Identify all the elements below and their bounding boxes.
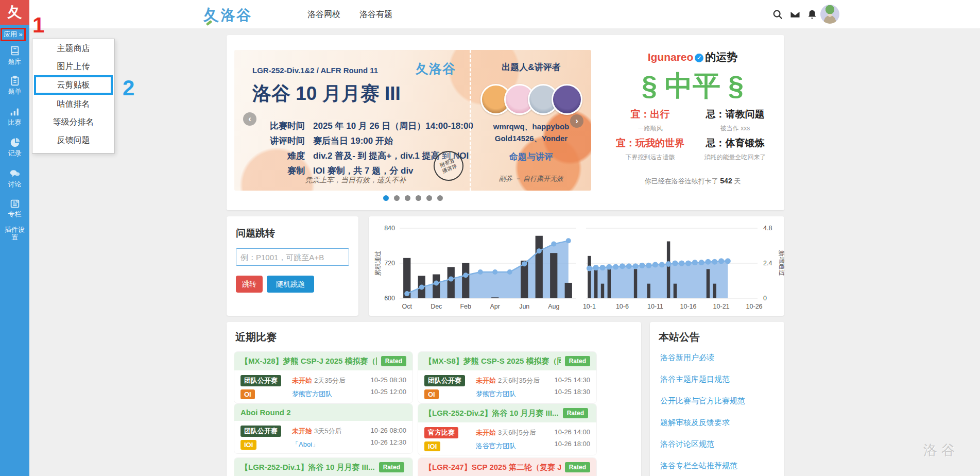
chat-icon <box>0 168 29 179</box>
sidebar-item-clipboard[interactable]: 题单 <box>0 75 29 95</box>
nav-luogu-wangxiao[interactable]: 洛谷网校 <box>307 0 340 28</box>
contest-title[interactable]: 【MX-S8】梦熊 CSP-S 2025 模拟赛（同... <box>424 356 561 366</box>
contest-card[interactable]: 【LGR-252-Div.1】洛谷 10 月月赛 III...Rated <box>234 458 412 476</box>
menu-item-3[interactable]: 咕值排名 <box>32 95 114 113</box>
contest-type-badge: 团队公开赛 <box>240 375 281 386</box>
banner-logo: 夂洛谷 <box>416 60 456 77</box>
contest-format-badge: OI <box>424 389 439 399</box>
sidebar-item-chat[interactable]: 讨论 <box>0 168 29 188</box>
contest-card[interactable]: 【LGR-252-Div.2】洛谷 10 月月赛 III...Rated 官方比… <box>418 404 596 455</box>
sidebar-item-plugin-settings[interactable]: 插件设置 <box>0 226 29 241</box>
contest-title[interactable]: 【LGR-252-Div.2】洛谷 10 月月赛 III... <box>424 409 559 418</box>
nav-luogu-youti[interactable]: 洛谷有题 <box>359 0 392 28</box>
svg-text:Apr: Apr <box>490 303 500 310</box>
contest-start-time: 10-25 08:30 <box>365 376 406 384</box>
svg-text:累积通过: 累积通过 <box>374 250 382 276</box>
carousel-dots <box>227 195 599 201</box>
announcement-link-5[interactable]: 洛谷专栏全站推荐规范 <box>660 461 737 471</box>
announcement-link-0[interactable]: 洛谷新用户必读 <box>660 353 714 363</box>
contest-title[interactable]: Aboi Round 2 <box>240 408 291 417</box>
user-avatar[interactable] <box>820 5 839 24</box>
carousel-prev-button[interactable]: ‹ <box>243 112 256 126</box>
svg-text:720: 720 <box>384 260 395 267</box>
contest-start-time: 10-25 14:30 <box>549 376 590 384</box>
svg-text:Feb: Feb <box>460 303 471 310</box>
sidebar-item-bars[interactable]: 比赛 <box>0 106 29 126</box>
streak-text: 你已经在洛谷连续打卡了 542 天 <box>608 177 778 186</box>
carousel-dot-0[interactable] <box>383 195 389 201</box>
contest-title[interactable]: 【LGR-247】SCP 2025 第二轮（复赛 J ... <box>424 463 561 472</box>
announcement-link-3[interactable]: 题解审核及反馈要求 <box>660 418 730 428</box>
announcement-link-4[interactable]: 洛谷讨论区规范 <box>660 439 714 449</box>
menu-item-2[interactable]: 云剪贴板 <box>34 75 113 95</box>
contest-org-link[interactable]: 「Aboi」 <box>292 440 365 449</box>
svg-text:4.8: 4.8 <box>763 225 772 232</box>
contest-type-badge: 团队公开赛 <box>240 426 281 437</box>
random-problem-button[interactable]: 随机跳题 <box>267 276 314 293</box>
carousel-dot-1[interactable] <box>394 195 400 201</box>
contest-card[interactable]: 【LGR-247】SCP 2025 第二轮（复赛 J ...Rated <box>418 458 596 476</box>
carousel-dot-3[interactable] <box>416 195 421 201</box>
contest-end-time: 10-25 18:30 <box>549 388 590 396</box>
banner-info-row: 讲评时间赛后当日 19:00 开始 <box>252 133 473 148</box>
menu-item-5[interactable]: 反馈问题 <box>32 131 114 149</box>
svg-text:10-1: 10-1 <box>583 303 596 310</box>
problem-jump-input[interactable] <box>236 248 349 266</box>
carousel-next-button[interactable]: › <box>570 114 583 128</box>
annotation-step-2: 2 <box>123 77 134 99</box>
fortune-panel: Igunareo✓的运势 § 中平 § 宜：出行一路顺风忌：请教问题被当作 xx… <box>608 50 778 191</box>
contest-title[interactable]: 【LGR-252-Div.1】洛谷 10 月月赛 III... <box>240 463 375 472</box>
svg-text:新增通过: 新增通过 <box>778 250 784 276</box>
banner-series: LGR-252-Div.1&2 / ALFR Round 11 <box>252 66 378 75</box>
contest-type-badge: 团队公开赛 <box>424 375 465 386</box>
sidebar-item-pie[interactable]: 记录 <box>0 137 29 157</box>
fortune-username[interactable]: Igunareo <box>648 51 694 63</box>
apps-dropdown-menu: 主题商店图片上传云剪贴板咕值排名等级分排名反馈问题 <box>32 39 115 154</box>
contest-card[interactable]: 【MX-J28】梦熊 CSP-J 2025 模拟赛（同...Rated 团队公开… <box>234 352 412 403</box>
svg-text:Dec: Dec <box>431 303 442 310</box>
contest-org-link[interactable]: 梦熊官方团队 <box>292 389 365 399</box>
pie-icon <box>0 137 29 148</box>
stub-note: 副券 － 自行撕开无效 <box>471 174 591 183</box>
brand-logo-icon: 夂 <box>203 5 219 26</box>
contest-status: 未开始 <box>476 377 496 384</box>
sidebar-item-news[interactable]: 专栏 <box>0 198 29 218</box>
contest-end-time: 10-26 12:30 <box>365 438 406 446</box>
carousel-dot-2[interactable] <box>405 195 410 201</box>
jump-button[interactable]: 跳转 <box>236 276 263 293</box>
brand-logo[interactable]: 夂 洛谷 <box>203 5 252 26</box>
banner-title: 洛谷 10 月月赛 III <box>252 81 401 107</box>
rated-badge: Rated <box>565 462 590 472</box>
contest-card[interactable]: 【MX-S8】梦熊 CSP-S 2025 模拟赛（同...Rated 团队公开赛… <box>418 352 596 403</box>
search-icon[interactable] <box>772 9 783 20</box>
clipboard-icon <box>0 75 29 87</box>
menu-item-0[interactable]: 主题商店 <box>32 39 114 57</box>
sidebar: 夂 应用 » 题库题单比赛记录讨论专栏插件设置 <box>0 0 29 476</box>
announcement-link-1[interactable]: 洛谷主题库题目规范 <box>660 375 730 384</box>
setter-avatar-3[interactable] <box>552 84 582 115</box>
contest-banner[interactable]: LGR-252-Div.1&2 / ALFR Round 11 洛谷 10 月月… <box>234 50 591 191</box>
contest-countdown: 2天6时35分后 <box>498 377 540 384</box>
stub-heading: 出题人&讲评者 <box>471 61 591 73</box>
sidebar-item-book[interactable]: 题库 <box>0 45 29 65</box>
menu-item-1[interactable]: 图片上传 <box>32 57 114 75</box>
mail-icon[interactable] <box>789 9 801 20</box>
luogu-logo-icon[interactable]: 夂 <box>0 0 29 25</box>
contest-end-time: 10-26 18:00 <box>549 440 590 448</box>
activity-charts-card: 600720840OctDecFebAprJunAug累积通过 02.44.81… <box>369 216 784 316</box>
contest-countdown: 3天5分后 <box>314 427 341 435</box>
banner-ticket-note: 凭票上车，当日有效，遗失不补 <box>281 176 430 185</box>
menu-item-4[interactable]: 等级分排名 <box>32 113 114 131</box>
contest-countdown: 3天6时5分后 <box>498 429 536 436</box>
bell-icon[interactable] <box>806 9 818 20</box>
sidebar-item-apps[interactable]: 应用 » <box>1 28 26 41</box>
carousel-dot-5[interactable] <box>437 195 443 201</box>
contest-org-link[interactable]: 梦熊官方团队 <box>476 389 549 399</box>
contest-start-time: 10-26 08:00 <box>365 427 406 434</box>
bars-icon <box>0 106 29 117</box>
contest-title[interactable]: 【MX-J28】梦熊 CSP-J 2025 模拟赛（同... <box>240 356 377 366</box>
carousel-dot-4[interactable] <box>426 195 432 201</box>
announcement-link-2[interactable]: 公开比赛与官方比赛规范 <box>660 396 745 406</box>
contest-card[interactable]: Aboi Round 2 团队公开赛 IOI 未开始3天5分后 「Aboi」 1… <box>234 404 412 453</box>
contest-org-link[interactable]: 洛谷官方团队 <box>476 441 549 451</box>
